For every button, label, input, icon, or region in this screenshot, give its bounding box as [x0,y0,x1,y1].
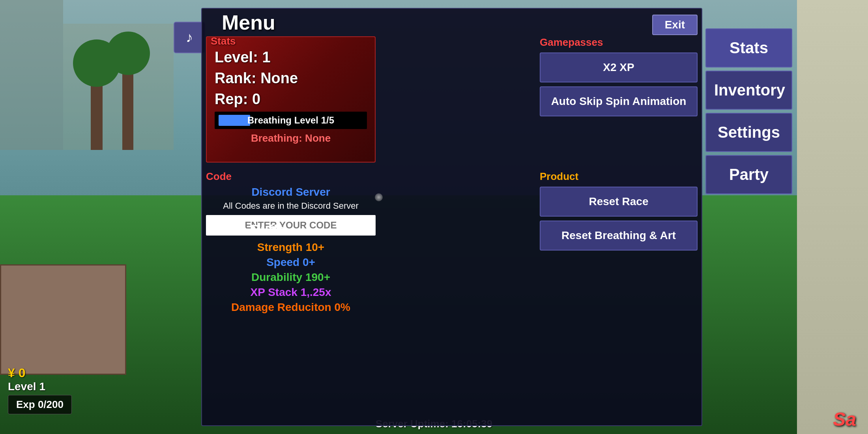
reset-breathing-button[interactable]: Reset Breathing & Art [540,221,698,251]
product-label: Product [540,170,698,183]
breathing-bar-container: Breathing Level 1/5 [215,112,367,129]
right-nav: Stats Inventory Settings Party [705,28,792,194]
menu-title: Menu [222,11,275,34]
menu-overlay: Menu Exit Stats Inventory Settings Party… [201,8,702,426]
exit-button[interactable]: Exit [652,15,698,35]
product-section: Product Reset Race Reset Breathing & Art [540,170,698,254]
speed-buff: Speed 0+ [206,256,376,269]
stats-section: Stats Level: 1 Rank: None Rep: 0 Breathi… [206,36,376,163]
level-stat: Level: 1 [215,49,367,66]
exp-display: Exp 0/200 [8,395,72,414]
buffs-title: Status Buffs [206,222,376,237]
nav-party-button[interactable]: Party [705,155,792,194]
breathing-name: Breathing: None [215,132,367,144]
strength-buff: Strength 10+ [206,241,376,254]
code-label: Code [206,170,376,183]
crate-foreground [0,264,126,375]
hud-bottom-left: ¥ 0 Level 1 Exp 0/200 [8,366,72,414]
rank-stat: Rank: None [215,70,367,87]
durability-buff: Durability 190+ [206,271,376,284]
rep-stat: Rep: 0 [215,91,367,108]
gamepasses-label: Gamepasses [540,36,698,49]
player-name-tag: Sa [833,408,856,430]
buffs-section: Status Buffs Strength 10+ Speed 0+ Durab… [206,222,376,316]
right-wall [797,0,868,434]
tree-trunk-2 [122,63,133,150]
music-icon: ♪ [186,29,193,46]
discord-sub-text: All Codes are in the Discord Server [206,201,376,211]
auto-skip-button[interactable]: Auto Skip Spin Animation [540,86,698,116]
building-left [0,0,63,150]
x2xp-button[interactable]: X2 XP [540,52,698,82]
tree-top-2 [107,32,150,75]
music-button[interactable]: ♪ [174,22,205,53]
level-display: Level 1 [8,380,72,393]
breathing-bar-text: Breathing Level 1/5 [219,115,363,126]
discord-link[interactable]: Discord Server [206,186,376,198]
xp-stack-buff: XP Stack 1,.25x [206,286,376,299]
nav-stats-button[interactable]: Stats [705,28,792,67]
yen-display: ¥ 0 [8,366,72,380]
damage-reduction-buff: Damage Reduciton 0% [206,301,376,314]
gamepasses-section: Gamepasses X2 XP Auto Skip Spin Animatio… [540,36,698,120]
nav-settings-button[interactable]: Settings [705,113,792,152]
stats-section-label: Stats [211,35,236,47]
stats-content: Level: 1 Rank: None Rep: 0 Breathing Lev… [207,37,375,148]
reset-race-button[interactable]: Reset Race [540,187,698,217]
nav-inventory-button[interactable]: Inventory [705,71,792,110]
